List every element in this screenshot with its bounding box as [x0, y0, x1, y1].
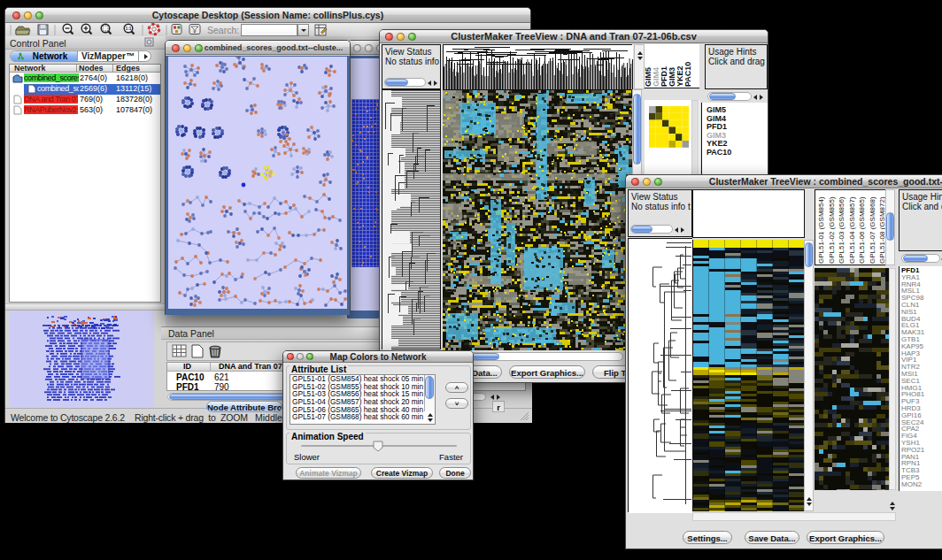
- svg-text:1:1: 1:1: [125, 26, 131, 31]
